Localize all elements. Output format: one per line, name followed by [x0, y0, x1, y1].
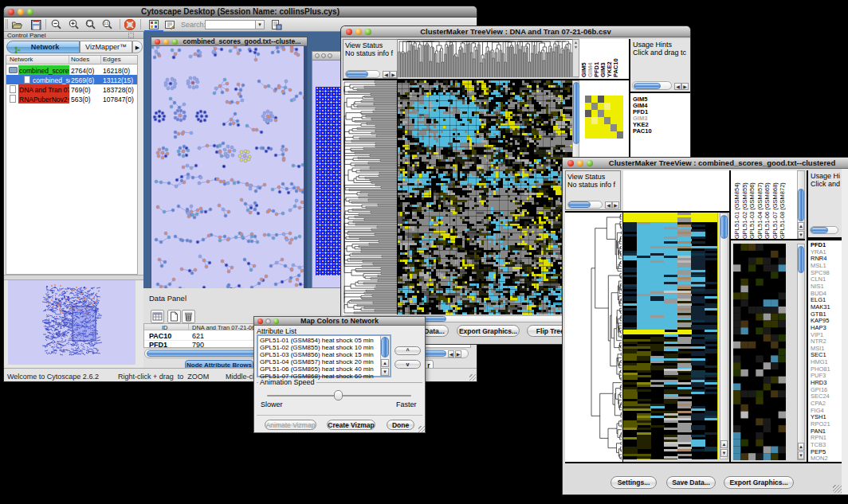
svg-text:1:1: 1:1 [104, 21, 109, 25]
